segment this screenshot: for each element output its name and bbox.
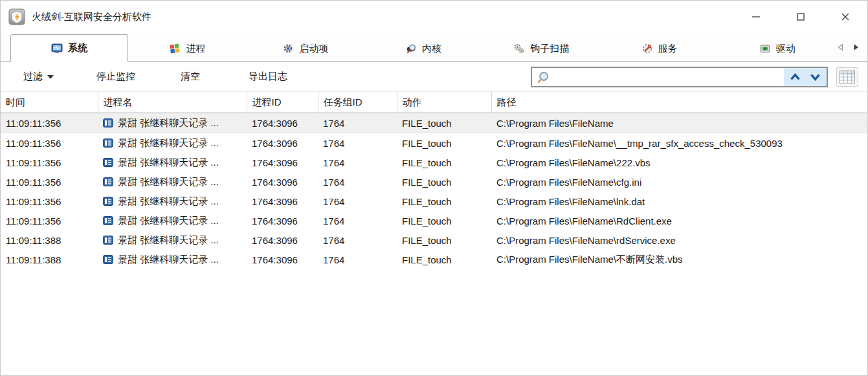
services-gear-icon bbox=[641, 43, 653, 54]
cell-groupid: 1764 bbox=[318, 153, 397, 172]
processes-icon bbox=[169, 43, 181, 54]
column-settings-button[interactable] bbox=[836, 67, 858, 87]
cell-process-name: 景甜 张继科聊天记录 ... bbox=[118, 137, 219, 149]
process-file-icon bbox=[103, 216, 113, 226]
cell-groupid: 1764 bbox=[318, 230, 397, 250]
cell-time: 11:09:11:388 bbox=[1, 250, 98, 269]
cell-groupid: 1764 bbox=[318, 113, 397, 133]
column-header-time[interactable]: 时间 bbox=[1, 92, 98, 113]
process-file-icon bbox=[103, 196, 113, 206]
kernel-magnifier-icon bbox=[405, 43, 417, 54]
stop-monitor-label: 停止监控 bbox=[96, 71, 135, 83]
tab-label: 服务 bbox=[658, 43, 678, 55]
cell-process-name: 景甜 张继科聊天记录 ... bbox=[118, 234, 219, 247]
tab-kernel[interactable]: 内核 bbox=[364, 36, 482, 61]
tab-services[interactable]: 服务 bbox=[600, 36, 718, 61]
cell-groupid: 1764 bbox=[318, 133, 397, 153]
table-row[interactable]: 11:09:11:356 景甜 张继科聊天记录 ... 1764:3096 17… bbox=[1, 113, 867, 133]
table-row[interactable]: 11:09:11:356 景甜 张继科聊天记录 ... 1764:3096 17… bbox=[1, 172, 867, 192]
cell-action: FILE_touch bbox=[397, 211, 491, 230]
search-box bbox=[531, 67, 828, 87]
cell-groupid: 1764 bbox=[318, 192, 397, 211]
cell-action: FILE_touch bbox=[397, 172, 491, 192]
cell-groupid: 1764 bbox=[318, 211, 397, 230]
toolbar: 过滤 停止监控 清空 导出日志 bbox=[1, 62, 867, 91]
tab-label: 启动项 bbox=[299, 43, 328, 55]
cell-process: 景甜 张继科聊天记录 ... bbox=[98, 113, 247, 133]
startup-gear-icon bbox=[282, 43, 294, 54]
app-logo-icon bbox=[8, 8, 25, 25]
hooks-gears-icon bbox=[513, 43, 525, 54]
process-file-icon bbox=[103, 254, 113, 265]
table-row[interactable]: 11:09:11:356 景甜 张继科聊天记录 ... 1764:3096 17… bbox=[1, 133, 867, 153]
tab-scroll-controls bbox=[836, 33, 867, 61]
cell-time: 11:09:11:356 bbox=[1, 133, 98, 153]
cell-pid: 1764:3096 bbox=[247, 192, 318, 211]
table-row[interactable]: 11:09:11:356 景甜 张继科聊天记录 ... 1764:3096 17… bbox=[1, 211, 867, 230]
table-row[interactable]: 11:09:11:388 景甜 张继科聊天记录 ... 1764:3096 17… bbox=[1, 230, 867, 250]
export-log-button[interactable]: 导出日志 bbox=[249, 71, 287, 83]
tab-startup[interactable]: 启动项 bbox=[247, 36, 364, 61]
process-file-icon bbox=[103, 235, 113, 245]
cell-action: FILE_touch bbox=[397, 192, 491, 211]
tab-label: 驱动 bbox=[776, 43, 796, 55]
tab-process[interactable]: 进程 bbox=[128, 36, 246, 61]
cell-process: 景甜 张继科聊天记录 ... bbox=[98, 133, 247, 153]
search-prev-icon[interactable] bbox=[790, 73, 801, 81]
minimize-button[interactable] bbox=[733, 1, 778, 33]
cell-action: FILE_touch bbox=[397, 113, 491, 133]
cell-process-name: 景甜 张继科聊天记录 ... bbox=[118, 195, 219, 208]
cell-path: C:\Program Files\FileName\lnk.dat bbox=[491, 192, 867, 211]
table-row[interactable]: 11:09:11:356 景甜 张继科聊天记录 ... 1764:3096 17… bbox=[1, 153, 867, 172]
clear-button[interactable]: 清空 bbox=[181, 71, 200, 83]
cell-action: FILE_touch bbox=[397, 250, 491, 269]
cell-pid: 1764:3096 bbox=[247, 153, 318, 172]
cell-time: 11:09:11:356 bbox=[1, 113, 98, 133]
column-header-path[interactable]: 路径 bbox=[491, 92, 867, 113]
cell-pid: 1764:3096 bbox=[247, 172, 318, 192]
stop-monitor-button[interactable]: 停止监控 bbox=[96, 71, 135, 83]
tab-scroll-left-icon[interactable] bbox=[836, 43, 844, 52]
event-log-table: 时间 进程名 进程ID 任务组ID 动作 路径 11:09:11:356 bbox=[1, 91, 867, 269]
filter-dropdown-button[interactable]: 过滤 bbox=[23, 71, 54, 83]
process-file-icon bbox=[103, 118, 113, 128]
table-row[interactable]: 11:09:11:356 景甜 张继科聊天记录 ... 1764:3096 17… bbox=[1, 192, 867, 211]
search-input[interactable] bbox=[532, 68, 827, 86]
cell-time: 11:09:11:356 bbox=[1, 153, 98, 172]
search-next-icon[interactable] bbox=[810, 73, 821, 81]
grid-icon bbox=[840, 71, 855, 83]
table-header: 时间 进程名 进程ID 任务组ID 动作 路径 bbox=[1, 92, 867, 113]
cell-path: C:\Program Files\FileName\222.vbs bbox=[491, 153, 867, 172]
tab-hook-scan[interactable]: 钩子扫描 bbox=[482, 36, 600, 61]
maximize-button[interactable] bbox=[778, 1, 823, 33]
cell-time: 11:09:11:356 bbox=[1, 172, 98, 192]
cell-process-name: 景甜 张继科聊天记录 ... bbox=[118, 176, 219, 188]
cell-pid: 1764:3096 bbox=[247, 133, 318, 153]
clear-label: 清空 bbox=[181, 71, 200, 83]
cell-pid: 1764:3096 bbox=[247, 113, 318, 133]
cell-pid: 1764:3096 bbox=[247, 230, 318, 250]
cell-groupid: 1764 bbox=[318, 250, 397, 269]
window-title: 火绒剑-互联网安全分析软件 bbox=[32, 11, 151, 23]
column-header-groupid[interactable]: 任务组ID bbox=[318, 92, 397, 113]
driver-chip-icon bbox=[759, 43, 771, 54]
cell-process: 景甜 张继科聊天记录 ... bbox=[98, 211, 247, 230]
column-header-process[interactable]: 进程名 bbox=[98, 92, 247, 113]
tab-system[interactable]: 系统 bbox=[10, 34, 128, 62]
export-log-label: 导出日志 bbox=[249, 71, 287, 83]
cell-path: C:\Program Files\FileName\cfg.ini bbox=[491, 172, 867, 192]
process-file-icon bbox=[103, 157, 113, 168]
tab-bar: 系统 进程 启动项 bbox=[1, 33, 867, 62]
tab-driver[interactable]: 驱动 bbox=[718, 36, 836, 61]
column-header-pid[interactable]: 进程ID bbox=[247, 92, 318, 113]
close-button[interactable] bbox=[823, 1, 867, 33]
table-row[interactable]: 11:09:11:388 景甜 张继科聊天记录 ... 1764:3096 17… bbox=[1, 250, 867, 269]
cell-process: 景甜 张继科聊天记录 ... bbox=[98, 250, 247, 269]
tab-scroll-right-icon[interactable] bbox=[852, 43, 860, 52]
cell-action: FILE_touch bbox=[397, 230, 491, 250]
cell-process: 景甜 张继科聊天记录 ... bbox=[98, 172, 247, 192]
cell-time: 11:09:11:356 bbox=[1, 211, 98, 230]
tab-label: 内核 bbox=[422, 43, 441, 55]
tab-label: 系统 bbox=[68, 42, 87, 54]
column-header-action[interactable]: 动作 bbox=[397, 92, 491, 113]
